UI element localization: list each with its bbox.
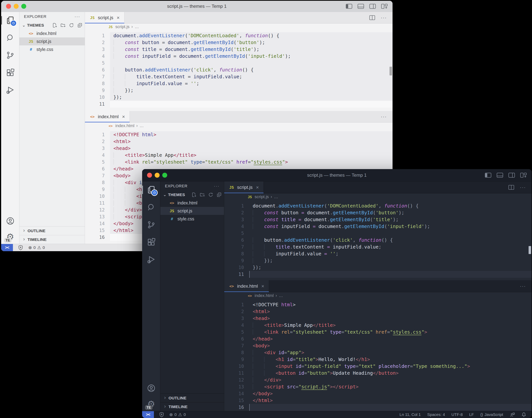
search-icon[interactable] xyxy=(146,202,156,212)
titlebar[interactable]: script.js — themes — Temp 1 xyxy=(1,1,393,12)
outline-section[interactable]: › OUTLINE xyxy=(19,226,85,235)
breadcrumb[interactable]: JS script.js › … xyxy=(224,193,532,200)
code-line[interactable]: 5 <link rel="stylesheet" type="text/css"… xyxy=(85,159,393,165)
feedback-icon[interactable] xyxy=(509,412,515,417)
code-line[interactable]: 3 const title = document.getElementById(… xyxy=(85,46,393,53)
file-row-index-html[interactable]: <> index.html xyxy=(19,29,85,37)
customize-layout-icon[interactable] xyxy=(381,4,388,9)
code-line[interactable]: 6 button.addEventListener('click', funct… xyxy=(224,237,532,244)
collapse-folders-icon[interactable] xyxy=(216,192,222,197)
code-line[interactable]: 7 title.textContent = inputField.value; xyxy=(85,73,393,80)
code-line[interactable]: 4 <title>Simple App</title> xyxy=(224,322,532,329)
code-line[interactable]: 5 xyxy=(85,60,393,67)
account-icon[interactable] xyxy=(5,216,15,226)
toggle-secondary-sidebar-icon[interactable] xyxy=(509,173,515,178)
code-line[interactable]: 10}); xyxy=(224,264,532,271)
file-row-script-js[interactable]: JS script.js xyxy=(160,207,224,215)
code-line[interactable]: 4 <title>Simple App</title> xyxy=(85,152,393,159)
code-line[interactable]: 10}); xyxy=(85,94,393,101)
breadcrumb-more[interactable]: … xyxy=(274,194,278,199)
customize-layout-icon[interactable] xyxy=(520,173,527,178)
code-line[interactable]: 1document.addEventListener('DOMContentLo… xyxy=(224,203,532,209)
close-tab-icon[interactable]: × xyxy=(261,283,264,289)
close-window-button[interactable] xyxy=(147,173,152,178)
editor-more-icon[interactable]: ··· xyxy=(520,283,526,289)
code-line[interactable]: 2 const button = document.getElementById… xyxy=(85,39,393,46)
code-line[interactable]: 4 const inputField = document.getElement… xyxy=(85,53,393,60)
refresh-icon[interactable] xyxy=(208,192,213,197)
code-line[interactable]: 8 <div id="app"> xyxy=(224,349,532,356)
code-line[interactable]: 9 }); xyxy=(85,87,393,94)
code-line[interactable]: 3 const title = document.getElementById(… xyxy=(224,216,532,223)
tab-script-js[interactable]: JS script.js × xyxy=(224,181,264,193)
file-row-index-html[interactable]: <> index.html xyxy=(160,199,224,207)
eol[interactable]: LF xyxy=(469,412,474,417)
code-line[interactable]: 4 const inputField = document.getElement… xyxy=(224,223,532,230)
editor-more-icon[interactable]: ··· xyxy=(381,15,387,21)
tab-index-html[interactable]: <> index.html × xyxy=(224,280,269,292)
tab-script-js[interactable]: JS script.js × xyxy=(85,12,125,23)
timeline-section[interactable]: › TIMELINE xyxy=(19,235,85,244)
folder-section-header[interactable]: ⌄ THEMES xyxy=(19,21,85,29)
breadcrumb[interactable]: JS script.js › … xyxy=(85,23,393,30)
workspace-trust-icon[interactable] xyxy=(159,412,164,417)
code-line[interactable]: 1<!DOCTYPE html> xyxy=(224,301,532,308)
code-line[interactable]: 14</body> xyxy=(224,390,532,397)
breadcrumb-file[interactable]: index.html xyxy=(115,123,134,128)
close-tab-icon[interactable]: × xyxy=(117,15,119,21)
run-debug-icon[interactable] xyxy=(146,255,156,265)
encoding[interactable]: UTF-8 xyxy=(451,412,463,417)
close-tab-icon[interactable]: × xyxy=(256,185,259,190)
new-folder-icon[interactable] xyxy=(200,192,205,197)
code-line[interactable]: 2<html> xyxy=(224,308,532,315)
code-editor-script-js[interactable]: 1document.addEventListener('DOMContentLo… xyxy=(224,200,532,280)
code-line[interactable]: 6</head> xyxy=(224,336,532,342)
code-line[interactable]: 3<head> xyxy=(224,315,532,322)
remote-indicator[interactable]: >< xyxy=(1,244,13,251)
indentation[interactable]: Spaces: 4 xyxy=(427,412,445,417)
breadcrumb-more[interactable]: … xyxy=(279,293,283,298)
tab-index-html[interactable]: <> index.html × xyxy=(85,111,130,122)
explorer-more-icon[interactable]: ··· xyxy=(214,183,220,189)
breadcrumb-more[interactable]: … xyxy=(135,24,139,29)
breadcrumb-more[interactable]: … xyxy=(140,123,144,128)
problems-indicator[interactable]: ⊗ 0 ⚠ 0 xyxy=(28,245,45,250)
new-file-icon[interactable] xyxy=(52,23,57,28)
code-line[interactable]: 9 }); xyxy=(224,257,532,264)
code-line[interactable]: 9 <h1 id="title">Hello, World!</h1> xyxy=(224,356,532,363)
workspace-trust-icon[interactable] xyxy=(18,245,23,250)
toggle-sidebar-icon[interactable] xyxy=(346,4,352,9)
code-line[interactable]: 3<head> xyxy=(85,145,393,152)
code-line[interactable]: 16 xyxy=(224,404,532,411)
toggle-secondary-sidebar-icon[interactable] xyxy=(369,4,376,9)
cursor-position[interactable]: Ln 11, Col 1 xyxy=(400,412,421,417)
breadcrumb[interactable]: <> index.html › … xyxy=(224,292,532,299)
run-debug-icon[interactable] xyxy=(5,85,15,95)
code-line[interactable]: 5 xyxy=(224,230,532,237)
toggle-sidebar-icon[interactable] xyxy=(485,173,491,178)
source-control-icon[interactable] xyxy=(5,50,15,60)
zoom-window-button[interactable] xyxy=(162,173,167,178)
code-line[interactable]: 11 xyxy=(85,101,393,107)
code-line[interactable]: 2<html> xyxy=(85,138,393,145)
toggle-panel-icon[interactable] xyxy=(358,4,364,9)
refresh-icon[interactable] xyxy=(69,23,74,28)
collapse-folders-icon[interactable] xyxy=(77,23,82,28)
editor-more-icon[interactable]: ··· xyxy=(520,185,526,190)
close-window-button[interactable] xyxy=(6,4,11,9)
split-editor-icon[interactable] xyxy=(509,185,514,190)
code-line[interactable]: 11 xyxy=(224,271,532,278)
outline-section[interactable]: › OUTLINE xyxy=(160,394,224,402)
explorer-more-icon[interactable]: ··· xyxy=(74,14,80,19)
editor-more-icon[interactable]: ··· xyxy=(381,114,387,120)
explorer-icon[interactable] xyxy=(5,15,15,25)
file-row-style-css[interactable]: # style.css xyxy=(19,46,85,53)
code-line[interactable]: 8 inputField.value = ''; xyxy=(85,80,393,87)
notifications-bell-icon[interactable] xyxy=(521,412,526,417)
account-icon[interactable] xyxy=(146,383,156,393)
file-row-style-css[interactable]: # style.css xyxy=(160,215,224,223)
problems-indicator[interactable]: ⊗ 0 ⚠ 0 xyxy=(169,412,186,417)
code-line[interactable]: 15</html> xyxy=(224,397,532,404)
zoom-window-button[interactable] xyxy=(21,4,26,9)
folder-section-header[interactable]: ⌄ THEMES xyxy=(160,191,224,199)
